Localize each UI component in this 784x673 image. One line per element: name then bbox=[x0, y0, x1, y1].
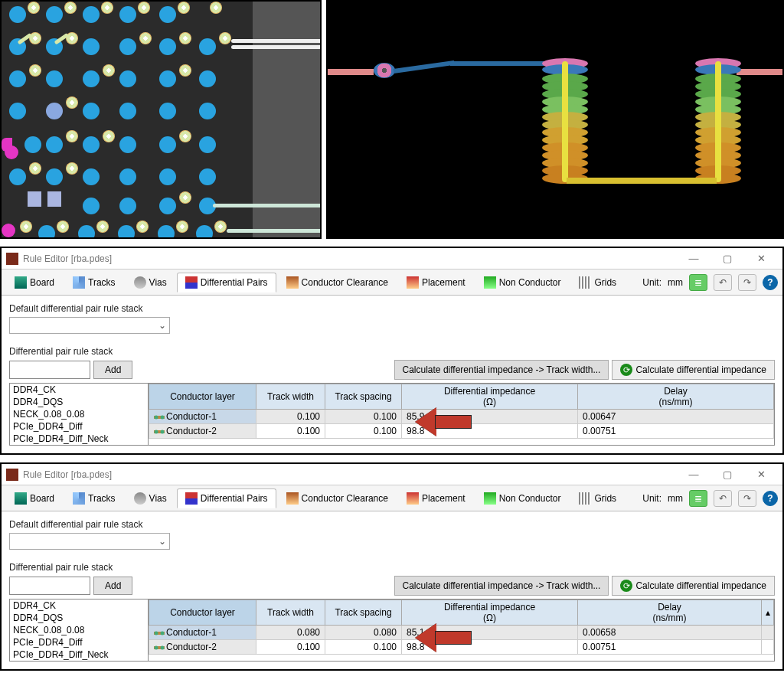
unit-label: Unit: bbox=[642, 493, 662, 504]
calc-impedance-button[interactable]: ⟳Calculate differential impedance bbox=[612, 576, 775, 596]
unit-value: mm bbox=[668, 277, 683, 288]
tab-vias[interactable]: Vias bbox=[126, 273, 175, 292]
tab-tracks[interactable]: Tracks bbox=[64, 273, 124, 292]
col-impedance[interactable]: Differential impedance(Ω) bbox=[402, 600, 578, 626]
tab-non-conductor[interactable]: Non Conductor bbox=[475, 273, 570, 292]
rule-editor-window-1: Rule Editor [rba.pdes] — ▢ ✕ Board Track… bbox=[0, 247, 784, 455]
minimize-button[interactable]: — bbox=[677, 465, 710, 485]
help-button[interactable]: ? bbox=[763, 491, 778, 506]
layer-stack-button[interactable]: ≣ bbox=[689, 274, 707, 291]
svg-point-11 bbox=[161, 645, 165, 649]
table-row[interactable]: Conductor-20.1000.10098.80.00751 bbox=[149, 424, 774, 439]
tab-differential-pairs[interactable]: Differential Pairs bbox=[177, 488, 276, 508]
col-delay[interactable]: Delay(ns/mm) bbox=[578, 600, 762, 626]
stack-list-item[interactable]: DDR4_CK bbox=[10, 599, 148, 612]
stack-list[interactable]: DDR4_CKDDR4_DQSNECK_0.08_0.08PCIe_DDR4_D… bbox=[9, 599, 149, 662]
close-button[interactable]: ✕ bbox=[744, 465, 778, 485]
app-icon bbox=[6, 469, 18, 481]
tab-placement[interactable]: Placement bbox=[398, 273, 474, 292]
tab-conductor-clearance[interactable]: Conductor Clearance bbox=[278, 488, 397, 508]
window-title: Rule Editor [rba.pdes] bbox=[23, 253, 112, 264]
svg-point-2 bbox=[161, 415, 165, 419]
svg-point-4 bbox=[155, 430, 158, 433]
maximize-button[interactable]: ▢ bbox=[710, 465, 744, 485]
tab-vias[interactable]: Vias bbox=[126, 488, 175, 508]
svg-point-5 bbox=[161, 430, 165, 433]
minimize-button[interactable]: — bbox=[677, 249, 710, 269]
col-impedance[interactable]: Differential impedance(Ω) bbox=[402, 384, 578, 410]
pcb-2d-view: // placeholder – actual pads drawn below… bbox=[0, 0, 322, 239]
calc-track-width-button[interactable]: Calculate differential impedance -> Trac… bbox=[394, 360, 609, 380]
titlebar: Rule Editor [rba.pdes] — ▢ ✕ bbox=[2, 464, 782, 485]
stack-name-input[interactable] bbox=[9, 577, 90, 595]
stack-name-input[interactable] bbox=[9, 361, 90, 379]
col-width[interactable]: Track width bbox=[256, 384, 325, 410]
table-row[interactable]: Conductor-10.1000.10085.90.00647 bbox=[149, 410, 774, 424]
tab-tracks[interactable]: Tracks bbox=[64, 488, 124, 508]
stack-list-item[interactable]: DDR4_DQS bbox=[10, 396, 148, 408]
unit-value: mm bbox=[668, 493, 683, 504]
stack-label: Differential pair rule stack bbox=[9, 562, 775, 573]
col-spacing[interactable]: Track spacing bbox=[325, 600, 402, 626]
tab-board[interactable]: Board bbox=[6, 273, 63, 292]
unit-label: Unit: bbox=[642, 277, 662, 288]
default-stack-label: Default differential pair rule stack bbox=[9, 519, 775, 530]
conductor-table: Conductor layer Track width Track spacin… bbox=[149, 599, 775, 662]
scroll-up[interactable]: ▴ bbox=[762, 600, 774, 626]
svg-point-1 bbox=[155, 415, 158, 419]
pcb-3d-cross-section bbox=[326, 0, 784, 239]
window-title: Rule Editor [rba.pdes] bbox=[23, 469, 112, 480]
col-layer[interactable]: Conductor layer bbox=[149, 600, 256, 626]
default-stack-combo[interactable]: ⌄ bbox=[9, 317, 170, 334]
col-delay[interactable]: Delay(ns/mm) bbox=[578, 384, 774, 410]
app-icon bbox=[6, 253, 18, 265]
stack-list[interactable]: DDR4_CKDDR4_DQSNECK_0.08_0.08PCIe_DDR4_D… bbox=[9, 383, 149, 446]
add-button[interactable]: Add bbox=[93, 361, 132, 379]
close-button[interactable]: ✕ bbox=[744, 249, 778, 269]
stack-list-item[interactable]: NECK_0.08_0.08 bbox=[10, 624, 148, 636]
table-row[interactable]: Conductor-20.1000.10098.80.00751 bbox=[149, 640, 774, 655]
redo-button[interactable]: ↷ bbox=[738, 274, 756, 291]
undo-button[interactable]: ↶ bbox=[714, 490, 732, 507]
svg-point-7 bbox=[155, 631, 158, 635]
layer-stack-button[interactable]: ≣ bbox=[689, 490, 707, 507]
stack-list-item[interactable]: NECK_0.08_0.08 bbox=[10, 408, 148, 420]
stack-list-item[interactable]: PCIe_DDR4_Diff bbox=[10, 420, 148, 433]
calc-track-width-button[interactable]: Calculate differential impedance -> Trac… bbox=[394, 576, 609, 596]
stack-list-item[interactable]: DDR4_DQS bbox=[10, 612, 148, 624]
tab-differential-pairs[interactable]: Differential Pairs bbox=[177, 273, 276, 292]
stack-list-item[interactable]: PCIe_DDR4_Diff bbox=[10, 636, 148, 648]
help-button[interactable]: ? bbox=[763, 275, 778, 290]
titlebar: Rule Editor [rba.pdes] — ▢ ✕ bbox=[2, 248, 782, 270]
add-button[interactable]: Add bbox=[93, 577, 132, 595]
tab-placement[interactable]: Placement bbox=[398, 488, 474, 508]
col-width[interactable]: Track width bbox=[256, 600, 325, 626]
stack-list-item[interactable]: PCIe_DDR4_Diff_Neck bbox=[10, 648, 148, 661]
rule-editor-window-2: Rule Editor [rba.pdes] — ▢ ✕ Board Track… bbox=[0, 462, 784, 671]
stack-list-item[interactable]: DDR4_CK bbox=[10, 384, 148, 396]
svg-point-8 bbox=[161, 631, 165, 635]
tab-grids[interactable]: Grids bbox=[570, 488, 625, 508]
stack-list-item[interactable]: PCIe_DDR4_Diff_Neck bbox=[10, 433, 148, 445]
toolbar: Board Tracks Vias Differential Pairs Con… bbox=[2, 485, 782, 511]
table-row[interactable]: Conductor-10.0800.08085.10.00658 bbox=[149, 626, 774, 640]
redo-button[interactable]: ↷ bbox=[738, 490, 756, 507]
default-stack-combo[interactable]: ⌄ bbox=[9, 533, 170, 550]
toolbar: Board Tracks Vias Differential Pairs Con… bbox=[2, 270, 782, 296]
tab-grids[interactable]: Grids bbox=[570, 273, 625, 292]
tab-non-conductor[interactable]: Non Conductor bbox=[475, 488, 570, 508]
col-layer[interactable]: Conductor layer bbox=[149, 384, 256, 410]
tab-board[interactable]: Board bbox=[6, 488, 63, 508]
col-spacing[interactable]: Track spacing bbox=[325, 384, 402, 410]
svg-point-10 bbox=[155, 645, 158, 649]
stack-label: Differential pair rule stack bbox=[9, 346, 775, 357]
conductor-table: Conductor layer Track width Track spacin… bbox=[149, 383, 775, 446]
default-stack-label: Default differential pair rule stack bbox=[9, 303, 775, 314]
tab-conductor-clearance[interactable]: Conductor Clearance bbox=[278, 273, 397, 292]
undo-button[interactable]: ↶ bbox=[714, 274, 732, 291]
maximize-button[interactable]: ▢ bbox=[710, 249, 744, 269]
calc-impedance-button[interactable]: ⟳Calculate differential impedance bbox=[612, 360, 775, 380]
